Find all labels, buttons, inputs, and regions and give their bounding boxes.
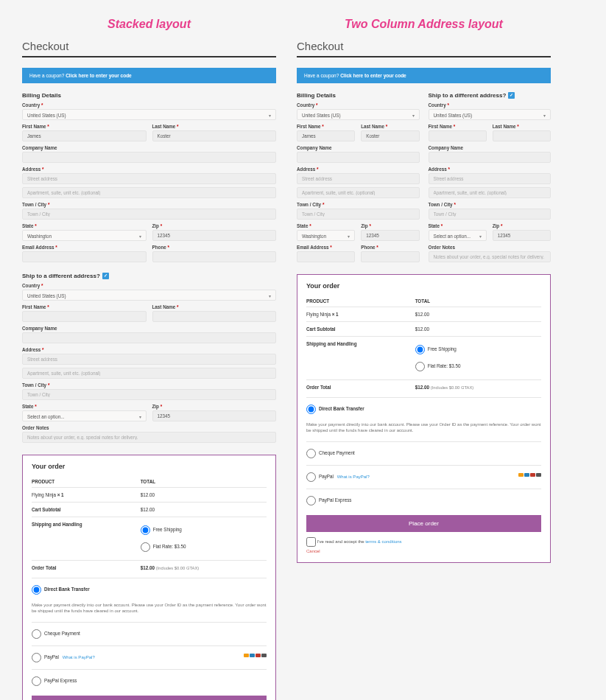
apt-input[interactable] — [297, 187, 420, 198]
ship-address-label: Address * — [429, 167, 552, 172]
ship-street-input[interactable] — [22, 354, 276, 365]
col-total: TOTAL — [415, 295, 541, 307]
chevron-down-icon: ▾ — [479, 234, 482, 239]
stacked-layout-column: Stacked layout Checkout Have a coupon? C… — [22, 18, 276, 700]
col-total: TOTAL — [141, 476, 267, 488]
pay-paypal-express-radio[interactable] — [306, 496, 316, 505]
ship-company-label: Company Name — [22, 326, 276, 331]
phone-input[interactable] — [152, 251, 277, 262]
terms-checkbox[interactable] — [306, 537, 316, 547]
phone-label: Phone * — [361, 245, 419, 250]
shipping-column: Ship to a different address?✓ Country * … — [429, 92, 552, 262]
town-input[interactable] — [22, 209, 276, 220]
email-label: Email Address * — [297, 245, 355, 250]
country-select[interactable]: United States (US)▾ — [22, 109, 276, 120]
ship-address-label: Address * — [22, 347, 276, 352]
ship-company-input[interactable] — [22, 332, 276, 343]
state-select[interactable]: Washington▾ — [22, 230, 147, 241]
coupon-link[interactable]: Click here to enter your code — [340, 73, 406, 78]
pay-bank-radio[interactable] — [32, 585, 41, 595]
street-input[interactable] — [22, 173, 276, 184]
ship-country-select[interactable]: United States (US)▾ — [22, 290, 276, 301]
country-label: Country * — [22, 102, 276, 108]
ship-heading: Ship to a different address?✓ — [22, 273, 276, 279]
ship-country-select[interactable]: United States (US)▾ — [429, 109, 552, 120]
company-input[interactable] — [22, 152, 276, 163]
ship-flat-radio[interactable] — [415, 362, 425, 371]
first-name-input[interactable] — [22, 130, 147, 141]
coupon-banner[interactable]: Have a coupon? Click here to enter your … — [22, 68, 276, 83]
ship-flat-radio[interactable] — [141, 542, 150, 552]
last-name-label: Last Name * — [152, 124, 277, 129]
billing-heading: Billing Details — [22, 92, 276, 99]
pay-paypal-radio[interactable] — [32, 653, 41, 662]
apt-input[interactable] — [22, 187, 276, 198]
ship-town-input[interactable] — [22, 389, 276, 400]
ship-apt-input[interactable] — [22, 368, 276, 379]
last-name-input[interactable] — [152, 130, 277, 141]
first-name-input[interactable] — [297, 130, 355, 141]
ship-last-name-input[interactable] — [152, 311, 277, 322]
notes-input[interactable] — [429, 251, 552, 262]
state-label: State * — [297, 223, 355, 228]
country-label: Country * — [297, 102, 420, 108]
page-title: Checkout — [22, 40, 276, 57]
pay-bank-radio[interactable] — [306, 405, 316, 414]
zip-input[interactable] — [152, 230, 277, 241]
coupon-link[interactable]: Click here to enter your code — [66, 73, 132, 78]
ship-state-select[interactable]: Select an option...▾ — [429, 230, 487, 241]
phone-input[interactable] — [361, 251, 419, 262]
company-input[interactable] — [297, 152, 420, 163]
ship-last-name-input[interactable] — [493, 130, 551, 141]
ship-company-input[interactable] — [429, 152, 552, 163]
notes-label: Order Notes — [22, 425, 276, 430]
pay-cheque-radio[interactable] — [32, 629, 41, 639]
ship-free-radio[interactable] — [415, 345, 425, 354]
pay-paypal-express-radio[interactable] — [32, 676, 41, 686]
town-label: Town / City * — [22, 202, 276, 207]
ship-state-select[interactable]: Select an option...▾ — [22, 410, 147, 421]
company-label: Company Name — [22, 145, 276, 150]
order-table: PRODUCT TOTAL Flying Ninja × 1 $12.00 Ca… — [306, 295, 541, 394]
address-label: Address * — [297, 167, 420, 172]
ship-zip-input[interactable] — [152, 410, 277, 421]
pay-paypal-radio[interactable] — [306, 472, 316, 482]
page-title: Checkout — [297, 40, 551, 57]
ship-checkbox[interactable]: ✓ — [102, 273, 109, 279]
ship-apt-input[interactable] — [429, 187, 552, 198]
pay-cheque-radio[interactable] — [306, 449, 316, 458]
ship-zip-input[interactable] — [493, 230, 551, 241]
chevron-down-icon: ▾ — [543, 113, 546, 118]
ship-town-input[interactable] — [429, 209, 552, 220]
notes-input[interactable] — [22, 432, 276, 443]
table-row: Shipping and Handling Free Shipping Flat… — [32, 517, 267, 561]
email-label: Email Address * — [22, 245, 147, 250]
place-order-button[interactable]: Place order — [306, 515, 541, 532]
last-name-input[interactable] — [361, 130, 419, 141]
cancel-link[interactable]: Cancel — [306, 549, 541, 553]
ship-first-name-input[interactable] — [429, 130, 487, 141]
phone-label: Phone * — [152, 245, 277, 250]
ship-street-input[interactable] — [429, 173, 552, 184]
first-name-label: First Name * — [297, 124, 355, 129]
ship-free-radio[interactable] — [141, 525, 150, 535]
email-input[interactable] — [22, 251, 147, 262]
coupon-banner[interactable]: Have a coupon? Click here to enter your … — [297, 68, 551, 83]
paypal-what-link[interactable]: What is PayPal? — [63, 655, 95, 659]
last-name-label: Last Name * — [361, 124, 419, 129]
terms-link[interactable]: terms & conditions — [365, 539, 401, 544]
town-input[interactable] — [297, 209, 420, 220]
paypal-what-link[interactable]: What is PayPal? — [337, 475, 370, 479]
place-order-button[interactable]: Place order — [32, 696, 267, 700]
chevron-down-icon: ▾ — [348, 234, 350, 239]
state-select[interactable]: Washington▾ — [297, 230, 355, 241]
ship-town-label: Town / City * — [22, 382, 276, 388]
zip-input[interactable] — [361, 230, 419, 241]
ship-first-name-input[interactable] — [22, 311, 147, 322]
table-row: Cart Subtotal $12.00 — [306, 322, 541, 337]
street-input[interactable] — [297, 173, 420, 184]
ship-checkbox[interactable]: ✓ — [508, 92, 515, 99]
country-select[interactable]: United States (US)▾ — [297, 109, 420, 120]
email-input[interactable] — [297, 251, 355, 262]
ship-first-name-label: First Name * — [429, 124, 487, 129]
